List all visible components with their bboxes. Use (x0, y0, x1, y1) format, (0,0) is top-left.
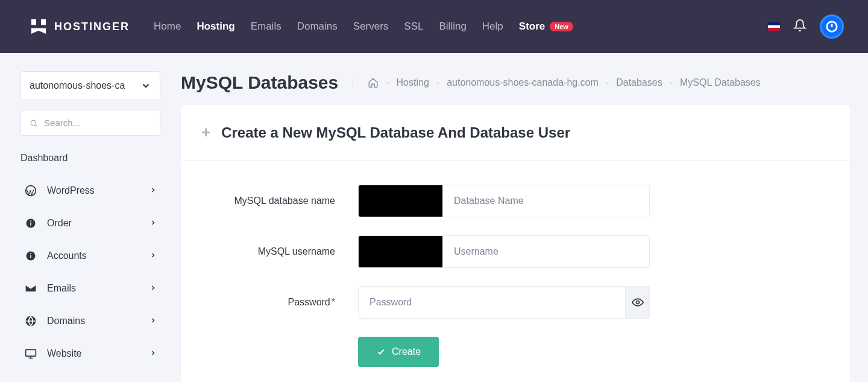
nav-ssl[interactable]: SSL (404, 21, 423, 33)
site-selector-dropdown[interactable]: autonomous-shoes-ca (20, 71, 160, 100)
submit-row: Create (358, 337, 829, 367)
required-asterisk: * (332, 297, 335, 307)
password-row: Password* (201, 286, 829, 319)
site-selector-value: autonomous-shoes-ca (30, 80, 125, 91)
nav-servers[interactable]: Servers (353, 21, 389, 33)
chevron-right-icon (149, 283, 157, 294)
brand-name: HOSTINGER (54, 21, 130, 33)
sidebar-item-label: Domains (47, 316, 85, 326)
info-icon (24, 249, 37, 263)
breadcrumb-separator: - (670, 77, 673, 88)
db-name-label: MySQL database name (201, 196, 358, 206)
sidebar-item-order[interactable]: Order (20, 207, 160, 240)
svg-point-5 (30, 220, 31, 221)
card-header: + Create a New MySQL Database And Databa… (181, 105, 850, 161)
breadcrumb: - Hosting - autonomous-shoes-canada-hg.c… (353, 77, 760, 88)
sidebar-item-label: Website (47, 348, 82, 359)
breadcrumb-separator: - (436, 77, 439, 88)
nav-domains[interactable]: Domains (297, 21, 338, 33)
wordpress-icon (24, 184, 37, 197)
brand-logo[interactable]: HOSTINGER (29, 17, 130, 36)
username-input-group (358, 235, 650, 268)
sidebar-item-emails[interactable]: Emails (20, 272, 160, 305)
nav-emails[interactable]: Emails (251, 21, 281, 33)
sidebar-search[interactable] (20, 110, 160, 136)
sidebar: autonomous-shoes-ca Dashboard WordPress … (0, 53, 181, 382)
create-database-card: + Create a New MySQL Database And Databa… (181, 105, 850, 382)
chevron-right-icon (149, 185, 157, 196)
svg-point-11 (636, 301, 639, 304)
top-navbar: HOSTINGER Home Hosting Emails Domains Se… (0, 0, 868, 53)
chevron-right-icon (149, 316, 157, 326)
card-title: Create a New MySQL Database And Database… (221, 124, 570, 141)
breadcrumb-domain[interactable]: autonomous-shoes-canada-hg.com (447, 77, 599, 88)
sidebar-item-label: Order (47, 218, 72, 229)
chevron-down-icon (140, 80, 151, 91)
eye-icon (632, 296, 644, 308)
sidebar-item-domains[interactable]: Domains (20, 305, 160, 337)
db-prefix-redacted (358, 185, 442, 217)
nav-help[interactable]: Help (482, 21, 503, 33)
language-flag-icon[interactable] (768, 22, 780, 31)
check-icon (376, 347, 386, 357)
db-name-input[interactable] (442, 185, 650, 217)
username-label: MySQL username (201, 246, 358, 257)
breadcrumb-current: MySQL Databases (680, 77, 761, 88)
create-button[interactable]: Create (358, 337, 439, 367)
db-name-row: MySQL database name (201, 185, 829, 217)
envelope-icon (24, 282, 37, 295)
password-label: Password* (201, 297, 358, 308)
svg-rect-7 (30, 255, 31, 258)
page-title: MySQL Databases (181, 72, 338, 93)
dashboard-heading: Dashboard (20, 153, 160, 164)
breadcrumb-separator: - (606, 77, 609, 88)
user-avatar[interactable] (820, 14, 844, 39)
store-new-badge: New (550, 22, 573, 31)
sidebar-item-website[interactable]: Website (20, 337, 160, 370)
nav-store[interactable]: Store (519, 21, 545, 33)
nav-hosting[interactable]: Hosting (197, 21, 234, 33)
info-icon (24, 217, 37, 230)
hostinger-logo-icon (29, 17, 48, 36)
sidebar-item-accounts[interactable]: Accounts (20, 240, 160, 272)
sidebar-item-label: Accounts (47, 250, 87, 261)
sidebar-item-label: Emails (47, 283, 76, 294)
chevron-right-icon (149, 250, 157, 261)
password-input[interactable] (358, 286, 626, 319)
main-content: MySQL Databases - Hosting - autonomous-s… (181, 53, 868, 382)
username-input[interactable] (442, 235, 650, 268)
create-button-label: Create (392, 346, 421, 357)
page-header: MySQL Databases - Hosting - autonomous-s… (181, 65, 850, 105)
home-icon[interactable] (368, 77, 379, 88)
primary-nav: Home Hosting Emails Domains Servers SSL … (154, 21, 573, 33)
monitor-icon (24, 347, 37, 360)
sidebar-item-wordpress[interactable]: WordPress (20, 174, 160, 207)
breadcrumb-separator: - (386, 77, 389, 88)
card-body: MySQL database name MySQL username (181, 161, 850, 382)
sidebar-item-label: WordPress (47, 185, 95, 196)
nav-home[interactable]: Home (154, 21, 181, 33)
password-toggle-visibility[interactable] (626, 286, 650, 319)
username-prefix-redacted (358, 235, 442, 268)
notifications-bell-icon[interactable] (793, 19, 807, 34)
breadcrumb-databases[interactable]: Databases (616, 77, 662, 88)
top-right-controls (768, 14, 844, 39)
chevron-right-icon (149, 218, 157, 229)
search-icon (30, 118, 38, 128)
plus-icon: + (201, 123, 210, 142)
breadcrumb-hosting[interactable]: Hosting (397, 77, 429, 88)
svg-point-8 (30, 253, 31, 254)
svg-rect-4 (30, 223, 31, 226)
chevron-right-icon (149, 348, 157, 359)
nav-billing[interactable]: Billing (439, 21, 466, 33)
svg-rect-10 (26, 349, 36, 356)
svg-point-1 (31, 120, 36, 125)
password-input-group (358, 286, 650, 319)
username-row: MySQL username (201, 235, 829, 268)
search-input[interactable] (44, 118, 151, 128)
globe-icon (24, 314, 37, 328)
db-name-input-group (358, 185, 650, 217)
